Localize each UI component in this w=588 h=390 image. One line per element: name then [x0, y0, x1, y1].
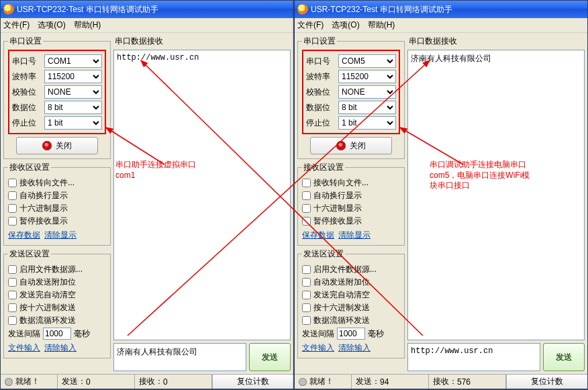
send-textarea[interactable]: http://www.usr.cn — [407, 343, 540, 371]
group-serial-settings: 串口设置 串口号 COM1 波特率 115200 校验位 NONE — [3, 36, 111, 159]
lbl-interval-prefix: 发送间隔 — [8, 328, 40, 340]
chk-hex-display[interactable] — [8, 204, 17, 213]
menu-options[interactable]: 选项(O) — [332, 19, 359, 31]
lbl-auto-clear: 发送完自动清空 — [19, 289, 76, 301]
chk-redirect-file[interactable] — [302, 179, 311, 187]
lbl-hex-send: 按十六进制发送 — [19, 302, 76, 313]
annotation-right: 串口调试助手连接电脑串口 com5，电脑串口连接WiFi模 块串口接口 — [430, 160, 530, 191]
chk-file-source[interactable] — [8, 265, 17, 274]
reset-count-button[interactable]: 复位计数 — [212, 375, 293, 389]
label-data: 数据位 — [306, 102, 336, 113]
send-button[interactable]: 发送 — [543, 343, 585, 371]
legend-send: 发送区设置 — [302, 248, 345, 260]
close-port-button[interactable]: 关闭 — [16, 137, 98, 154]
input-interval[interactable] — [43, 328, 71, 340]
legend-recv: 接收区设置 — [302, 162, 345, 173]
send-button[interactable]: 发送 — [249, 343, 291, 371]
status-send-label: 发送： — [62, 376, 86, 387]
combo-baud[interactable]: 115200 — [44, 70, 102, 83]
group-recv-settings: 接收区设置 接收转向文件... 自动换行显示 十六进制显示 暂停接收显示 保存数… — [297, 162, 405, 246]
lbl-file-source: 启用文件数据源... — [19, 264, 83, 275]
combo-parity[interactable]: NONE — [338, 85, 396, 99]
window-title: USR-TCP232-Test 串口转网络调试助手 — [17, 4, 158, 15]
combo-stop[interactable]: 1 bit — [338, 116, 396, 130]
lbl-auto-append: 自动发送附加位 — [313, 277, 370, 288]
close-port-button[interactable]: 关闭 — [310, 137, 392, 154]
chk-loop-send[interactable] — [302, 316, 311, 325]
chk-auto-append[interactable] — [8, 278, 17, 287]
group-serial-settings: 串口设置 串口号COM5 波特率115200 校验位NONE 数据位8 bit … — [297, 36, 405, 159]
send-button-label: 发送 — [556, 352, 572, 363]
link-clear-display[interactable]: 清除显示 — [44, 230, 77, 241]
chk-redirect-file[interactable] — [8, 179, 17, 187]
status-ready: 就绪！ — [15, 376, 40, 387]
chk-auto-newline[interactable] — [8, 191, 17, 200]
link-file-input[interactable]: 文件输入 — [8, 342, 40, 354]
chk-auto-clear[interactable] — [8, 291, 17, 299]
chk-pause-display[interactable] — [8, 217, 17, 226]
link-save-data[interactable]: 保存数据 — [8, 230, 40, 241]
annotation-left: 串口助手连接虚拟串口 com1 — [115, 160, 196, 181]
lbl-pause-display: 暂停接收显示 — [313, 215, 362, 227]
titlebar[interactable]: USR-TCP232-Test 串口转网络调试助手 — [295, 1, 587, 18]
combo-port[interactable]: COM1 — [44, 54, 102, 68]
recv-header: 串口数据接收 — [409, 36, 585, 47]
chk-loop-send[interactable] — [8, 316, 17, 325]
menu-help[interactable]: 帮助(H) — [74, 19, 101, 31]
statusbar: 就绪！ 发送：0 接收：0 复位计数 — [1, 374, 293, 389]
record-icon — [336, 141, 346, 150]
link-clear-display[interactable]: 清除显示 — [338, 230, 371, 241]
send-button-label: 发送 — [262, 352, 278, 363]
combo-data[interactable]: 8 bit — [44, 101, 102, 114]
chk-hex-send[interactable] — [8, 303, 17, 312]
combo-stop[interactable]: 1 bit — [44, 116, 102, 130]
menu-file[interactable]: 文件(F) — [297, 19, 324, 31]
legend-serial: 串口设置 — [302, 36, 337, 47]
chk-auto-clear[interactable] — [302, 291, 311, 299]
link-clear-input[interactable]: 清除输入 — [44, 342, 77, 354]
chk-pause-display[interactable] — [302, 217, 311, 226]
lbl-hex-display: 十六进制显示 — [313, 203, 362, 214]
lbl-hex-send: 按十六进制发送 — [313, 302, 370, 313]
legend-send: 发送区设置 — [8, 248, 51, 260]
menubar: 文件(F) 选项(O) 帮助(H) — [1, 18, 293, 33]
menu-help[interactable]: 帮助(H) — [368, 19, 395, 31]
lbl-loop-send: 数据流循环发送 — [313, 315, 370, 326]
link-save-data[interactable]: 保存数据 — [302, 230, 334, 241]
send-textarea[interactable]: 济南有人科技有限公司 — [113, 343, 246, 371]
label-data: 数据位 — [12, 102, 42, 113]
chk-file-source[interactable] — [302, 265, 311, 274]
chk-auto-newline[interactable] — [302, 191, 311, 200]
lbl-interval-suffix: 毫秒 — [74, 328, 90, 340]
lbl-auto-clear: 发送完自动清空 — [313, 289, 370, 301]
group-send-settings: 发送区设置 启用文件数据源... 自动发送附加位 发送完自动清空 按十六进制发送… — [297, 248, 405, 358]
label-parity: 校验位 — [12, 87, 42, 98]
status-send-value: 0 — [86, 377, 91, 387]
link-file-input[interactable]: 文件输入 — [302, 342, 334, 354]
label-stop: 停止位 — [306, 117, 336, 129]
menu-file[interactable]: 文件(F) — [3, 19, 30, 31]
reset-count-button[interactable]: 复位计数 — [506, 375, 587, 389]
recv-textarea[interactable]: 济南有人科技有限公司 — [407, 50, 585, 340]
label-baud: 波特率 — [12, 71, 42, 83]
combo-baud[interactable]: 115200 — [338, 70, 396, 83]
app-icon — [297, 4, 308, 15]
chk-auto-append[interactable] — [302, 278, 311, 287]
titlebar[interactable]: USR-TCP232-Test 串口转网络调试助手 — [1, 1, 293, 18]
combo-parity[interactable]: NONE — [44, 85, 102, 99]
chk-hex-display[interactable] — [302, 204, 311, 213]
status-ready-icon — [299, 378, 307, 386]
menu-options[interactable]: 选项(O) — [38, 19, 65, 31]
close-port-label: 关闭 — [56, 140, 72, 152]
link-clear-input[interactable]: 清除输入 — [338, 342, 371, 354]
recv-textarea[interactable]: http://www.usr.cn — [113, 50, 291, 340]
chk-hex-send[interactable] — [302, 303, 311, 312]
input-interval[interactable] — [337, 328, 365, 340]
combo-data[interactable]: 8 bit — [338, 101, 396, 114]
status-send-value: 94 — [380, 377, 389, 387]
status-ready: 就绪！ — [309, 376, 334, 387]
lbl-hex-display: 十六进制显示 — [19, 203, 68, 214]
label-port: 串口号 — [12, 56, 42, 67]
combo-port[interactable]: COM5 — [338, 54, 396, 68]
status-recv-value: 0 — [163, 377, 168, 387]
